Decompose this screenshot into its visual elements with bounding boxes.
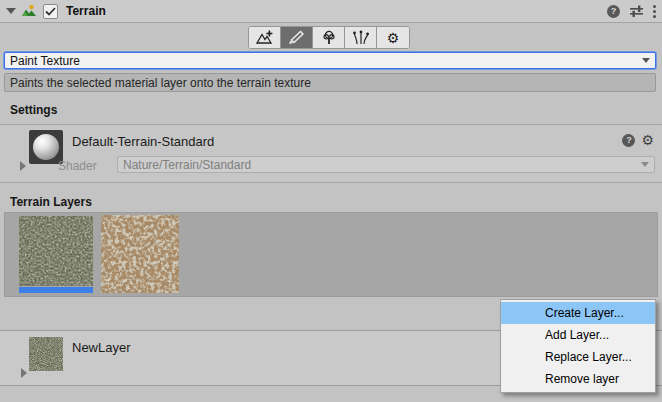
material-name: Default-Terrain-Standard [72,134,214,149]
grass-texture-small [29,337,63,371]
toolbar-button-paint-trees[interactable] [313,27,345,48]
terrain-layer-thumbnail-grass[interactable] [19,216,93,293]
grass-texture [19,216,93,286]
layer-foldout-icon[interactable] [21,368,27,378]
paint-tool-dropdown[interactable]: Paint Texture [4,52,656,69]
toolbar-button-terrain-settings[interactable]: ⚙ [377,27,409,48]
toolbar-button-create-neighbor-terrains[interactable] [249,27,281,48]
material-block: Default-Terrain-Standard ? ⚙ Shader Natu… [0,124,662,183]
terrain-tool-toolbar: ⚙ [248,26,410,49]
tool-description-helpbox: Paints the selected material layer onto … [4,73,656,92]
grass-details-icon [353,30,369,45]
terrain-inspector: Terrain ? [0,0,662,402]
more-options-kebab-icon[interactable] [653,5,656,18]
chevron-down-icon [642,58,650,63]
material-gear-icon[interactable]: ⚙ [641,133,654,147]
terrain-icon [21,3,37,19]
paint-tool-dropdown-value: Paint Texture [10,54,80,68]
terrain-layers-panel [4,212,658,297]
toolbar-button-paint-terrain[interactable] [281,27,313,48]
menu-item-remove-layer[interactable]: Remove layer [501,368,655,390]
settings-section-label: Settings [10,103,57,117]
chevron-down-icon [641,162,649,167]
paint-brush-icon [288,30,305,45]
help-icon[interactable]: ? [607,5,620,18]
terrain-layer-thumbnail-gravel[interactable] [101,215,179,293]
gravel-texture [101,215,179,293]
toolbar-button-paint-details[interactable] [345,27,377,48]
terrain-layers-section-label: Terrain Layers [10,195,92,209]
checkmark-icon [45,7,56,16]
layer-context-menu: Create Layer... Add Layer... Replace Lay… [500,299,656,393]
component-title: Terrain [66,4,106,18]
inspector-header: Terrain ? [0,0,662,23]
component-enabled-checkbox[interactable] [43,4,58,19]
shader-dropdown-value: Nature/Terrain/Standard [123,158,251,172]
menu-item-add-layer[interactable]: Add Layer... [501,324,655,346]
header-actions: ? [607,0,656,22]
layer-name: NewLayer [72,340,131,355]
shader-label: Shader [58,159,97,173]
layer-thumbnail[interactable] [29,337,63,371]
tree-icon [321,30,337,45]
menu-item-replace-layer[interactable]: Replace Layer... [501,346,655,368]
material-foldout-icon[interactable] [20,161,26,171]
presets-sliders-icon[interactable] [629,4,644,18]
tool-description-text: Paints the selected material layer onto … [10,76,311,90]
shader-dropdown[interactable]: Nature/Terrain/Standard [117,156,655,173]
material-header-actions: ? ⚙ [622,133,654,147]
gear-icon: ⚙ [387,31,400,45]
material-help-icon[interactable]: ? [622,134,635,147]
selected-layer-indicator [19,287,93,293]
menu-item-create-layer[interactable]: Create Layer... [501,302,655,324]
material-sphere-icon [33,134,59,160]
mountain-plus-icon [256,30,274,45]
foldout-arrow-icon[interactable] [6,8,16,14]
